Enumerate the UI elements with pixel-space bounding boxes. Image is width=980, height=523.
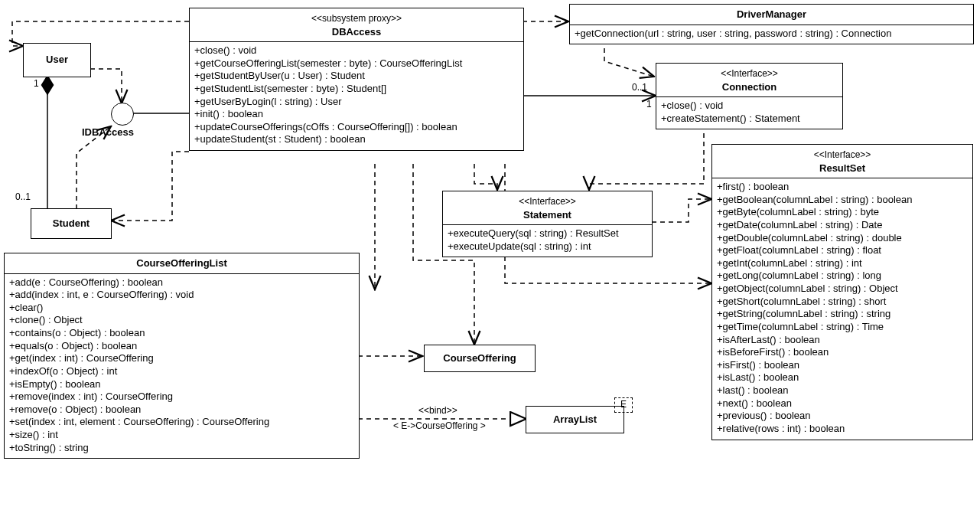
operation: +add(e : CourseOffering) : boolean — [9, 276, 354, 289]
operation: +equals(o : Object) : boolean — [9, 340, 354, 353]
class-student-title: Student — [31, 209, 111, 238]
operation: +size() : int — [9, 429, 354, 442]
mult-user-1: 1 — [34, 78, 39, 89]
class-dbaccess: <<subsystem proxy>> DBAccess +close() : … — [189, 8, 524, 151]
operation: +getTime(columnLabel : string) : Time — [717, 321, 968, 334]
operation: +first() : boolean — [717, 181, 968, 194]
operation: +getUserByLogin(l : string) : User — [194, 96, 519, 109]
operation: +remove(o : Object) : boolean — [9, 404, 354, 417]
operation: +clone() : Object — [9, 314, 354, 327]
operation: +close() : void — [661, 100, 838, 113]
class-resultset-ops: +first() : boolean+getBoolean(columnLabe… — [712, 178, 972, 440]
arraylist-param: E — [614, 397, 633, 413]
operation: +executeQuery(sql : string) : ResultSet — [448, 227, 647, 240]
class-drivermanager-title: DriverManager — [570, 5, 973, 25]
class-dbaccess-ops: +close() : void+getCourseOfferingList(se… — [190, 42, 523, 150]
operation: +isBeforeFirst() : boolean — [717, 346, 968, 359]
class-courseoffering: CourseOffering — [424, 345, 536, 372]
operation: +getByte(columnLabel : string) : byte — [717, 206, 968, 219]
operation: +getInt(columnLabel : string) : int — [717, 257, 968, 270]
class-user-title: User — [24, 44, 90, 76]
interface-idbaccess-label: IDBAccess — [82, 126, 134, 138]
operation: +getStudentList(semester : byte) : Stude… — [194, 83, 519, 96]
operation: +getFloat(columnLabel : string) : float — [717, 244, 968, 257]
operation: +clear() — [9, 302, 354, 315]
operation: +toString() : string — [9, 442, 354, 455]
bind-param: < E->CourseOffering > — [392, 420, 487, 431]
class-connection: <<Interface>> Connection +close() : void… — [656, 63, 843, 129]
interface-idbaccess-circle — [111, 103, 134, 126]
class-courseoffering-title: CourseOffering — [425, 345, 535, 371]
operation: +getDouble(columnLabel : string) : doubl… — [717, 232, 968, 245]
class-connection-title: <<Interface>> Connection — [656, 64, 842, 97]
operation: +isAfterLast() : boolean — [717, 334, 968, 347]
class-arraylist-title: ArrayList — [526, 407, 623, 433]
operation: +getBoolean(columnLabel : string) : bool… — [717, 194, 968, 207]
operation: +close() : void — [194, 44, 519, 57]
class-courseofferinglist-title: CourseOfferingList — [5, 253, 359, 274]
operation: +updateCourseOfferings(cOffs : CourseOff… — [194, 121, 519, 134]
operation: +isLast() : boolean — [717, 371, 968, 384]
operation: +createStatement() : Statement — [661, 113, 838, 126]
class-arraylist: ArrayList — [526, 406, 624, 433]
class-dbaccess-title: <<subsystem proxy>> DBAccess — [190, 8, 523, 42]
class-connection-ops: +close() : void+createStatement() : Stat… — [656, 97, 842, 129]
operation: +getCourseOfferingList(semester : byte) … — [194, 57, 519, 70]
bind-stereotype: <<bind>> — [417, 405, 459, 416]
class-statement-title: <<Interface>> Statement — [443, 191, 652, 225]
class-courseofferinglist-ops: +add(e : CourseOffering) : boolean+add(i… — [5, 274, 359, 459]
operation: +add(index : int, e : CourseOffering) : … — [9, 289, 354, 302]
operation: +isFirst() : boolean — [717, 359, 968, 372]
operation: +remove(index : int) : CourseOffering — [9, 391, 354, 404]
class-statement: <<Interface>> Statement +executeQuery(sq… — [442, 191, 653, 257]
operation: +set(index : int, element : CourseOfferi… — [9, 416, 354, 429]
class-resultset-title: <<Interface>> ResultSet — [712, 145, 972, 178]
operation: +isEmpty() : boolean — [9, 378, 354, 391]
mult-student-01: 0..1 — [15, 191, 31, 202]
operation: +next() : boolean — [717, 397, 968, 410]
class-user: User — [23, 43, 91, 77]
class-resultset: <<Interface>> ResultSet +first() : boole… — [711, 144, 973, 440]
class-student: Student — [31, 208, 112, 239]
mult-conn-1: 1 — [646, 99, 652, 110]
operation: +init() : boolean — [194, 108, 519, 121]
operation: +executeUpdate(sql : string) : int — [448, 240, 647, 253]
class-statement-ops: +executeQuery(sql : string) : ResultSet+… — [443, 225, 652, 257]
mult-conn-01: 0..1 — [632, 82, 647, 93]
class-courseofferinglist: CourseOfferingList +add(e : CourseOfferi… — [4, 253, 360, 459]
operation: +getString(columnLabel : string) : strin… — [717, 308, 968, 321]
operation: +get(index : int) : CourseOffering — [9, 352, 354, 365]
operation: +updateStudent(st : Student) : boolean — [194, 133, 519, 146]
operation: +getConnection(url : string, user : stri… — [575, 28, 969, 41]
operation: +getStudentByUser(u : User) : Student — [194, 70, 519, 83]
operation: +getLong(columnLabel : string) : long — [717, 270, 968, 283]
operation: +getShort(columnLabel : string) : short — [717, 296, 968, 309]
operation: +last() : boolean — [717, 384, 968, 397]
operation: +contains(o : Object) : boolean — [9, 327, 354, 340]
class-drivermanager-ops: +getConnection(url : string, user : stri… — [570, 25, 973, 44]
operation: +getDate(columnLabel : string) : Date — [717, 219, 968, 232]
operation: +indexOf(o : Object) : int — [9, 365, 354, 378]
operation: +relative(rows : int) : boolean — [717, 423, 968, 436]
operation: +previous() : boolean — [717, 410, 968, 423]
uml-diagram: User Student IDBAccess <<subsystem proxy… — [0, 0, 980, 523]
class-drivermanager: DriverManager +getConnection(url : strin… — [569, 4, 974, 44]
operation: +getObject(columnLabel : string) : Objec… — [717, 283, 968, 296]
